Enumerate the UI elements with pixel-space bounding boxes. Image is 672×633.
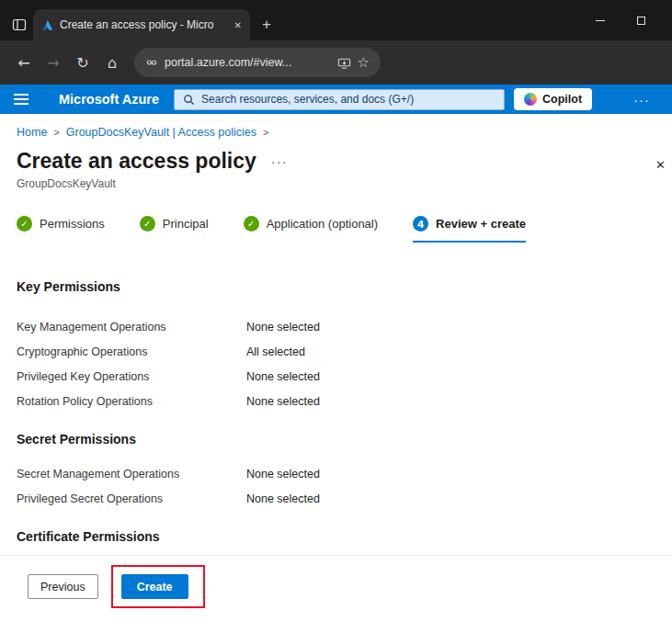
maximize-button[interactable] xyxy=(621,0,661,40)
copilot-label: Copilot xyxy=(542,93,582,106)
site-info-icon[interactable] xyxy=(145,56,158,69)
azure-brand[interactable]: Microsoft Azure xyxy=(59,92,159,107)
check-icon: ✓ xyxy=(17,216,32,232)
minimize-button[interactable] xyxy=(580,0,621,40)
browser-tab[interactable]: Create an access policy - Micro ✕ xyxy=(33,9,250,40)
step-number-icon: 4 xyxy=(413,216,428,232)
step-label: Review + create xyxy=(436,217,526,231)
page-title: Create an access policy xyxy=(17,149,256,174)
tab-application-optional[interactable]: ✓ Application (optional) xyxy=(244,216,378,243)
check-icon: ✓ xyxy=(140,216,155,232)
copilot-icon xyxy=(524,93,537,106)
window-controls xyxy=(580,0,661,40)
permission-value: None selected xyxy=(246,468,320,480)
minimize-icon xyxy=(596,20,605,21)
footer-divider xyxy=(0,555,672,556)
permission-row: Privileged Secret Operations None select… xyxy=(17,486,655,511)
section-heading-certificate-permissions: Certificate Permissions xyxy=(17,529,655,544)
chevron-right-icon: > xyxy=(263,127,268,138)
address-bar[interactable]: portal.azure.com/#view... ☆ xyxy=(134,48,381,77)
review-sections: Key Permissions Key Management Operation… xyxy=(0,279,672,544)
section-heading-key-permissions: Key Permissions xyxy=(17,279,655,294)
portal-more-icon[interactable]: ··· xyxy=(633,92,650,107)
step-label: Principal xyxy=(163,217,209,231)
tab-principal[interactable]: ✓ Principal xyxy=(140,216,209,243)
tab-actions-menu-icon[interactable] xyxy=(6,9,33,40)
step-label: Application (optional) xyxy=(267,217,378,231)
tab-permissions[interactable]: ✓ Permissions xyxy=(17,216,105,243)
permission-label: Rotation Policy Operations xyxy=(17,395,246,408)
permission-value: None selected xyxy=(246,370,320,383)
permission-row: Secret Management Operations None select… xyxy=(17,461,655,486)
portal-menu-icon[interactable] xyxy=(14,94,28,105)
permission-value: None selected xyxy=(246,395,320,408)
permission-row: Rotation Policy Operations None selected xyxy=(17,389,655,413)
permission-label: Secret Management Operations xyxy=(17,468,246,480)
favorite-star-icon[interactable]: ☆ xyxy=(358,54,370,71)
chevron-right-icon: > xyxy=(53,127,59,138)
back-button[interactable]: ← xyxy=(9,48,39,77)
portal-search-box[interactable] xyxy=(174,89,505,110)
new-tab-button[interactable]: + xyxy=(262,16,271,34)
permission-row: Privileged Key Operations None selected xyxy=(17,364,655,389)
wizard-steps: ✓ Permissions ✓ Principal ✓ Application … xyxy=(0,190,672,243)
create-button[interactable]: Create xyxy=(121,574,188,599)
home-button[interactable]: ⌂ xyxy=(97,48,127,77)
step-label: Permissions xyxy=(40,217,105,231)
azure-favicon-icon xyxy=(41,19,53,31)
title-row: Create an access policy ··· xyxy=(0,142,672,174)
section-heading-secret-permissions: Secret Permissions xyxy=(17,432,655,446)
page-subtitle: GroupDocsKeyVault xyxy=(0,174,672,190)
copilot-button[interactable]: Copilot xyxy=(514,88,592,110)
send-to-devices-icon[interactable] xyxy=(337,56,351,70)
maximize-icon xyxy=(637,17,645,25)
breadcrumb: Home > GroupDocsKeyVault | Access polici… xyxy=(0,114,672,142)
permission-row: Key Management Operations None selected xyxy=(17,314,655,339)
tab-title: Create an access policy - Micro xyxy=(60,18,224,31)
url-text[interactable]: portal.azure.com/#view... xyxy=(165,56,331,69)
permission-label: Key Management Operations xyxy=(17,321,246,333)
breadcrumb-home[interactable]: Home xyxy=(17,126,47,139)
forward-button[interactable]: → xyxy=(39,48,68,77)
breadcrumb-keyvault[interactable]: GroupDocsKeyVault | Access policies xyxy=(66,126,256,139)
footer-actions: Previous Create xyxy=(28,565,205,608)
refresh-button[interactable]: ↻ xyxy=(68,48,97,77)
azure-top-bar: Microsoft Azure Copilot ··· xyxy=(0,85,672,114)
search-icon xyxy=(183,94,195,106)
browser-toolbar: ← → ↻ ⌂ portal.azure.com/#view... ☆ xyxy=(0,40,672,85)
permission-value: None selected xyxy=(246,321,320,333)
browser-titlebar: Create an access policy - Micro ✕ + xyxy=(0,0,672,40)
annotation-highlight-box: Create xyxy=(111,565,205,608)
permission-label: Privileged Key Operations xyxy=(17,370,246,383)
tab-review-create[interactable]: 4 Review + create xyxy=(413,216,526,243)
permission-label: Privileged Secret Operations xyxy=(17,492,246,505)
permission-value: All selected xyxy=(246,345,305,358)
permission-label: Cryptographic Operations xyxy=(17,345,246,358)
tab-close-icon[interactable]: ✕ xyxy=(234,20,242,30)
previous-button[interactable]: Previous xyxy=(28,574,98,599)
blade-close-icon[interactable]: ✕ xyxy=(655,158,666,172)
browser-window: Create an access policy - Micro ✕ + ← → … xyxy=(0,0,672,633)
permission-value: None selected xyxy=(246,492,320,505)
check-icon: ✓ xyxy=(244,216,259,232)
search-input[interactable] xyxy=(201,93,495,106)
title-more-icon[interactable]: ··· xyxy=(271,153,288,169)
permission-row: Cryptographic Operations All selected xyxy=(17,339,655,364)
